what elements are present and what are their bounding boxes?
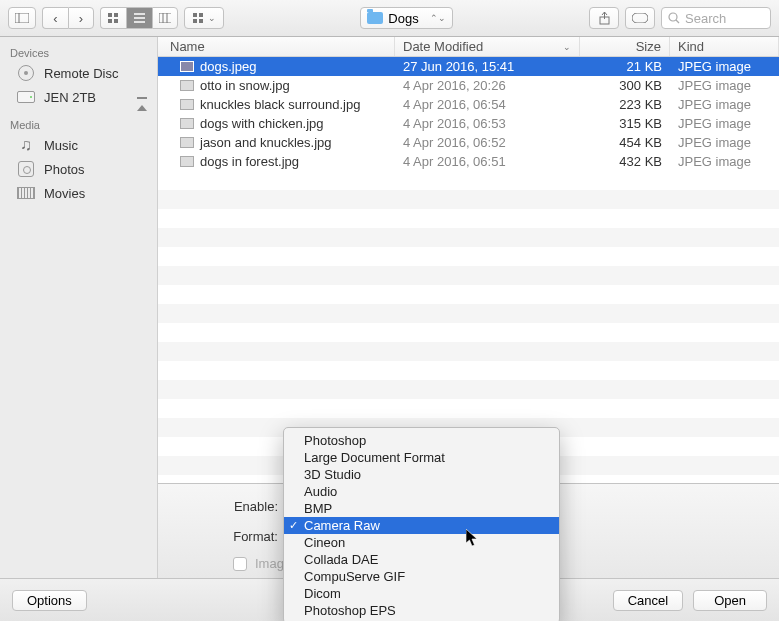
format-option[interactable]: Photoshop <box>284 432 559 449</box>
film-icon <box>16 184 36 202</box>
file-row[interactable]: dogs in forest.jpg4 Apr 2016, 06:51432 K… <box>158 152 779 171</box>
sidebar-item-label: Music <box>44 138 147 153</box>
search-field[interactable]: Search <box>661 7 771 29</box>
file-name: otto in snow.jpg <box>200 78 290 93</box>
tags-button[interactable] <box>625 7 655 29</box>
sidebar-item-label: Photos <box>44 162 147 177</box>
folder-icon <box>367 12 383 24</box>
sidebar-header-devices: Devices <box>0 43 157 61</box>
file-thumb-icon <box>180 99 194 110</box>
file-row[interactable]: knuckles black surround.jpg4 Apr 2016, 0… <box>158 95 779 114</box>
file-kind: JPEG image <box>670 59 779 74</box>
chevron-updown-icon: ⌃⌄ <box>430 13 446 23</box>
file-row[interactable]: dogs with chicken.jpg4 Apr 2016, 06:5331… <box>158 114 779 133</box>
enable-label: Enable: <box>228 499 278 514</box>
file-thumb-icon <box>180 118 194 129</box>
sidebar-item-music[interactable]: ♫ Music <box>0 133 157 157</box>
file-list[interactable]: dogs.jpeg27 Jun 2016, 15:4121 KBJPEG ima… <box>158 57 779 483</box>
sidebar-item-label: JEN 2TB <box>44 90 129 105</box>
file-thumb-icon <box>180 61 194 72</box>
image-sequence-checkbox[interactable] <box>233 557 247 571</box>
sidebar-item-photos[interactable]: Photos <box>0 157 157 181</box>
open-button[interactable]: Open <box>693 590 767 611</box>
file-row[interactable]: otto in snow.jpg4 Apr 2016, 20:26300 KBJ… <box>158 76 779 95</box>
format-option[interactable]: BMP <box>284 500 559 517</box>
share-button[interactable] <box>589 7 619 29</box>
file-name: dogs with chicken.jpg <box>200 116 324 131</box>
format-option[interactable]: Large Document Format <box>284 449 559 466</box>
file-size: 432 KB <box>580 154 670 169</box>
disc-icon <box>16 64 36 82</box>
column-name[interactable]: Name <box>158 37 395 56</box>
chevron-down-icon: ⌄ <box>208 13 216 23</box>
file-name: knuckles black surround.jpg <box>200 97 360 112</box>
file-date: 4 Apr 2016, 06:54 <box>395 97 580 112</box>
chevron-left-icon: ‹ <box>53 11 57 26</box>
file-size: 223 KB <box>580 97 670 112</box>
path-popup[interactable]: Dogs ⌃⌄ <box>360 7 452 29</box>
sidebar-item-label: Movies <box>44 186 147 201</box>
sidebar: Devices Remote Disc JEN 2TB Media ♫ Musi… <box>0 37 158 578</box>
svg-rect-3 <box>114 13 118 17</box>
svg-rect-12 <box>193 13 197 17</box>
format-option[interactable]: Dicom <box>284 585 559 602</box>
file-thumb-icon <box>180 137 194 148</box>
svg-rect-14 <box>193 19 197 23</box>
back-button[interactable]: ‹ <box>42 7 68 29</box>
forward-button[interactable]: › <box>68 7 94 29</box>
svg-rect-5 <box>114 19 118 23</box>
sidebar-item-jen-2tb[interactable]: JEN 2TB <box>0 85 157 109</box>
format-option[interactable]: Photoshop EPS <box>284 602 559 619</box>
path-name: Dogs <box>388 11 418 26</box>
column-date[interactable]: Date Modified⌄ <box>395 37 580 56</box>
sidebar-item-movies[interactable]: Movies <box>0 181 157 205</box>
file-kind: JPEG image <box>670 78 779 93</box>
format-option[interactable]: Collada DAE <box>284 551 559 568</box>
list-view-button[interactable] <box>126 7 152 29</box>
sidebar-item-remote-disc[interactable]: Remote Disc <box>0 61 157 85</box>
file-date: 4 Apr 2016, 20:26 <box>395 78 580 93</box>
music-icon: ♫ <box>16 136 36 154</box>
format-option[interactable]: 3D Studio <box>284 466 559 483</box>
file-size: 300 KB <box>580 78 670 93</box>
file-row[interactable]: dogs.jpeg27 Jun 2016, 15:4121 KBJPEG ima… <box>158 57 779 76</box>
search-icon <box>668 12 680 24</box>
sidebar-item-label: Remote Disc <box>44 66 147 81</box>
column-kind[interactable]: Kind <box>670 37 779 56</box>
format-dropdown[interactable]: PhotoshopLarge Document Format3D StudioA… <box>283 427 560 621</box>
format-option[interactable]: Audio <box>284 483 559 500</box>
column-view-button[interactable] <box>152 7 178 29</box>
column-size[interactable]: Size <box>580 37 670 56</box>
photos-icon <box>16 160 36 178</box>
format-option[interactable]: CompuServe GIF <box>284 568 559 585</box>
file-size: 21 KB <box>580 59 670 74</box>
file-name: dogs.jpeg <box>200 59 256 74</box>
file-date: 27 Jun 2016, 15:41 <box>395 59 580 74</box>
file-kind: JPEG image <box>670 154 779 169</box>
file-kind: JPEG image <box>670 116 779 131</box>
file-name: dogs in forest.jpg <box>200 154 299 169</box>
eject-icon[interactable] <box>137 90 147 105</box>
file-size: 315 KB <box>580 116 670 131</box>
svg-rect-0 <box>15 13 29 23</box>
svg-rect-4 <box>108 19 112 23</box>
format-option[interactable]: ✓Camera Raw <box>284 517 559 534</box>
sort-indicator-icon: ⌄ <box>563 42 571 52</box>
file-row[interactable]: jason and knuckles.jpg4 Apr 2016, 06:524… <box>158 133 779 152</box>
format-option[interactable]: Cineon <box>284 534 559 551</box>
arrange-menu-button[interactable]: ⌄ <box>184 7 224 29</box>
file-thumb-icon <box>180 80 194 91</box>
cancel-button[interactable]: Cancel <box>613 590 683 611</box>
svg-rect-18 <box>632 13 648 23</box>
file-kind: JPEG image <box>670 135 779 150</box>
sidebar-toggle[interactable] <box>8 7 36 29</box>
options-button[interactable]: Options <box>12 590 87 611</box>
file-name: jason and knuckles.jpg <box>200 135 332 150</box>
file-size: 454 KB <box>580 135 670 150</box>
icon-view-button[interactable] <box>100 7 126 29</box>
nav-buttons: ‹ › <box>42 7 94 29</box>
hdd-icon <box>16 88 36 106</box>
format-label: Format: <box>228 529 278 544</box>
svg-line-20 <box>676 20 679 23</box>
file-date: 4 Apr 2016, 06:53 <box>395 116 580 131</box>
